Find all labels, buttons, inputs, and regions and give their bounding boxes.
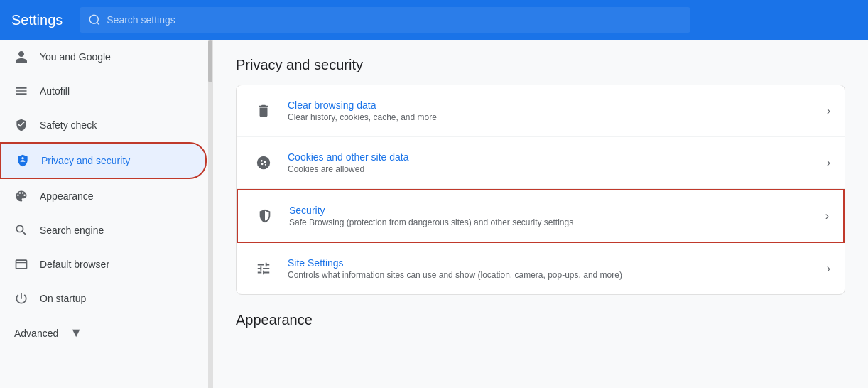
sidebar-item-label: Search engine [40,225,104,236]
shield-half-icon [252,203,278,229]
chevron-right-icon-3: › [825,210,829,222]
sidebar-item-label: You and Google [40,51,111,63]
security-title: Security [289,205,814,216]
browser-icon [14,257,28,271]
svg-point-3 [261,160,263,162]
app-header: Settings [0,0,868,40]
shield-lock-icon [16,153,30,168]
main-content: Privacy and security Clear browsing data… [213,40,868,388]
privacy-section-title: Privacy and security [236,57,845,73]
advanced-label: Advanced [14,328,58,339]
sidebar-item-you-and-google[interactable]: You and Google [0,40,207,74]
cookies-desc: Cookies are allowed [288,164,815,174]
cookies-content: Cookies and other site data Cookies are … [288,151,815,174]
sidebar-item-label: Default browser [40,259,109,270]
scrollbar-thumb[interactable] [208,40,212,82]
sidebar-item-label: Privacy and security [41,155,130,166]
palette-icon [14,189,28,203]
security-content: Security Safe Browsing (protection from … [289,205,814,227]
cookie-icon [251,150,276,176]
sidebar: You and Google Autofill Safety check Pri… [0,40,213,388]
svg-point-4 [264,161,266,163]
sidebar-item-on-startup[interactable]: On startup [0,281,207,316]
search-engine-icon [14,223,28,237]
search-input[interactable] [107,14,682,26]
body-layout: You and Google Autofill Safety check Pri… [0,40,868,388]
sidebar-item-autofill[interactable]: Autofill [0,74,207,108]
shield-check-icon [14,118,28,132]
svg-point-2 [257,156,270,169]
svg-point-5 [261,163,264,165]
clear-browsing-content: Clear browsing data Clear history, cooki… [288,99,815,122]
sidebar-item-search-engine[interactable]: Search engine [0,213,207,247]
chevron-right-icon-2: › [827,156,830,169]
sliders-icon [251,256,276,281]
privacy-card: Clear browsing data Clear history, cooki… [236,85,845,295]
search-icon [88,14,101,26]
security-row[interactable]: Security Safe Browsing (protection from … [237,189,845,243]
chevron-right-icon-4: › [827,262,830,275]
chevron-down-icon: ▼ [70,325,82,340]
sidebar-item-privacy-and-security[interactable]: Privacy and security [0,142,207,179]
sidebar-item-default-browser[interactable]: Default browser [0,247,207,281]
sidebar-item-safety-check[interactable]: Safety check [0,108,207,142]
trash-icon [251,98,276,124]
sidebar-item-label: On startup [40,293,86,304]
sidebar-item-label: Appearance [40,190,94,202]
sidebar-item-label: Autofill [40,85,70,97]
scrollbar-track[interactable] [208,40,212,388]
sidebar-advanced[interactable]: Advanced ▼ [0,316,212,350]
svg-point-6 [265,164,266,166]
power-icon [14,291,28,306]
clear-browsing-desc: Clear history, cookies, cache, and more [288,112,815,122]
clear-browsing-row[interactable]: Clear browsing data Clear history, cooki… [237,85,845,137]
site-settings-desc: Controls what information sites can use … [288,270,815,280]
site-settings-row[interactable]: Site Settings Controls what information … [237,243,845,294]
svg-line-1 [97,22,99,24]
person-icon [14,50,28,64]
app-title: Settings [11,12,63,28]
security-desc: Safe Browsing (protection from dangerous… [289,217,814,227]
sidebar-item-label: Safety check [40,119,97,131]
search-bar[interactable] [80,7,690,33]
cookies-row[interactable]: Cookies and other site data Cookies are … [237,137,845,189]
sidebar-item-appearance[interactable]: Appearance [0,179,207,213]
site-settings-title: Site Settings [288,257,815,269]
appearance-section-title: Appearance [236,312,845,328]
clear-browsing-title: Clear browsing data [288,99,815,111]
chevron-right-icon: › [827,104,830,117]
cookies-title: Cookies and other site data [288,151,815,163]
site-settings-content: Site Settings Controls what information … [288,257,815,280]
list-icon [14,84,28,98]
svg-point-0 [90,15,99,23]
